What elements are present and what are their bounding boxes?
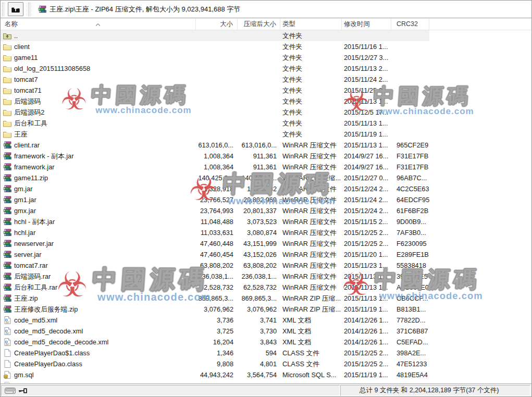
class-file-icon (3, 349, 11, 357)
table-row[interactable]: game11文件夹2015/12/27 3... (1, 52, 531, 63)
file-packed-cell: 1,156,682 (238, 183, 280, 194)
file-packed-cell: 3,564,754 (238, 369, 280, 380)
table-row[interactable]: hchl - 副本.jar11,048,4883,073,523WinRAR 压… (1, 216, 531, 227)
file-name-cell: tomcat7.rar (1, 260, 196, 271)
column-header-crc[interactable]: CRC32 (391, 19, 429, 30)
file-name-cell: newserver.jar (1, 238, 196, 249)
file-modified-cell: 2015/11/13 1... (342, 271, 391, 282)
file-name: code_md5_decode_decode.xml (14, 337, 108, 348)
file-modified-cell: 2015/12/24 2... (342, 183, 391, 194)
file-name-cell: client.rar (1, 140, 196, 151)
file-size-cell: 47,460,454 (196, 249, 238, 260)
table-row[interactable]: framework.jar1,008,364911,361WinRAR 压缩文件… (1, 162, 531, 172)
table-row[interactable]: server.jar47,460,45443,152,026WinRAR 压缩文… (1, 249, 531, 260)
file-crc-cell: 4C2C5E63 (391, 183, 429, 194)
file-size-cell: 1,008,364 (196, 162, 238, 172)
file-size-cell: 47,460,448 (196, 238, 238, 249)
file-size-cell: 3,076,962 (196, 304, 238, 315)
table-row[interactable]: tomcat71文件夹2015/11/25 0... (1, 85, 531, 96)
file-modified-cell: 2014/12/26 1... (342, 326, 391, 337)
file-packed-cell (238, 30, 280, 41)
file-type-cell: WinRAR 压缩文件 (280, 140, 342, 151)
status-left-panel (1, 385, 340, 396)
table-row[interactable]: code_md5_decode.xml3,7253,730XML 文档2014/… (1, 326, 531, 337)
rar-archive-icon (3, 141, 11, 149)
xml-doc-icon (3, 327, 11, 335)
table-row[interactable]: 后端源码.rar236,038,1...236,038,1...WinRAR 压… (1, 271, 531, 282)
file-type-cell: CLASS 文件 (280, 358, 342, 369)
table-row[interactable]: old_log_20151113085658文件夹2015/11/13 2... (1, 63, 531, 74)
table-row[interactable]: gm.sql44,943,2423,564,754Microsoft SQL S… (1, 369, 531, 380)
file-packed-cell (238, 63, 280, 74)
table-row[interactable]: hchl.jar11,033,6313,080,874WinRAR 压缩文件20… (1, 227, 531, 238)
file-packed-cell (238, 96, 280, 107)
rar-archive-icon (3, 218, 11, 226)
folder-icon (3, 119, 11, 127)
table-row[interactable]: 王座修改后服务端.zip3,076,9623,076,962WinRAR ZIP… (1, 304, 531, 315)
column-header-name[interactable]: 名称 (1, 19, 196, 30)
table-row[interactable]: newserver.jar47,460,44843,151,999WinRAR … (1, 238, 531, 249)
file-name-cell: tomcat71 (1, 85, 196, 96)
file-name: client (14, 41, 30, 52)
table-row[interactable]: ..文件夹 (1, 30, 429, 41)
file-type-cell: WinRAR 压缩文件 (280, 271, 342, 282)
file-name-cell: game11.zip (1, 172, 196, 183)
up-one-level-button[interactable] (8, 2, 23, 16)
file-crc-cell: 7AF3B0... (391, 227, 429, 238)
column-header-packed[interactable]: 压缩后大小 (238, 19, 280, 30)
file-modified-cell: 2015/11/24 2... (342, 74, 391, 85)
file-name: hchl.jar (14, 227, 35, 238)
table-row[interactable]: 后台和工具文件夹2015/11/13 1... (1, 118, 531, 129)
winrar-archive-icon (38, 5, 46, 13)
file-name: client.rar (14, 140, 40, 151)
file-name-cell: hchl.jar (1, 227, 196, 238)
drive-icon[interactable] (5, 388, 16, 394)
table-row[interactable]: framework - 副本.jar1,008,364911,361WinRAR… (1, 151, 531, 162)
file-modified-cell: 2015/11/19 1... (342, 369, 391, 380)
table-row[interactable]: code_md5.xml3,7363,741XML 文档2014/12/26 1… (1, 315, 531, 326)
table-row[interactable]: 王座文件夹2015/11/19 1... (1, 129, 531, 140)
table-row[interactable]: 后端源码2文件夹2015/12/5 17... (1, 107, 531, 118)
file-name: 后台和工具 (14, 118, 47, 129)
table-row[interactable]: client文件夹2015/11/16 1... (1, 41, 531, 52)
file-packed-cell: 911,361 (238, 151, 280, 162)
rar-archive-icon (3, 262, 11, 269)
file-modified-cell: 2015/12/25 2... (342, 238, 391, 249)
table-row[interactable]: 后台和工具.rar62,528,73262,528,732WinRAR 压缩文件… (1, 282, 531, 293)
table-row[interactable]: CreatePlayerDao.class9,8084,801CLASS 文件2… (1, 358, 531, 369)
file-size-cell: 23,764,993 (196, 205, 238, 216)
table-row[interactable]: CreatePlayerDao$1.class1,346594CLASS 文件2… (1, 348, 531, 358)
column-header-modified[interactable]: 修改时间 (342, 19, 391, 30)
table-row[interactable]: game11.zip140,425,0...140,425,0...WinRAR… (1, 172, 531, 183)
file-size-cell: 11,048,488 (196, 216, 238, 227)
table-row[interactable]: tomcat7.rar63,808,20263,808,202WinRAR 压缩… (1, 260, 531, 271)
table-row[interactable]: client.rar613,016,0...613,016,0...WinRAR… (1, 140, 531, 151)
file-name-cell: 后台和工具.rar (1, 282, 196, 293)
file-type-cell: WinRAR 压缩文件 (280, 282, 342, 293)
rar-archive-icon (3, 185, 11, 193)
table-row[interactable]: gm.jar1,328,9181,156,682WinRAR 压缩文件2015/… (1, 183, 531, 194)
table-row[interactable]: gm1.jar23,766,52720,802,969WinRAR 压缩文件20… (1, 194, 531, 205)
file-rows: ..文件夹client文件夹2015/11/16 1...game11文件夹20… (1, 30, 531, 383)
address-bar[interactable]: 王座.zip\王座 - ZIP64 压缩文件, 解包大小为 9,023,941,… (35, 3, 529, 16)
file-modified-cell: 2015/12/5 17... (342, 107, 391, 118)
file-packed-cell: 594 (238, 348, 280, 358)
table-row[interactable]: 王座.zip869,865,3...869,865,3...WinRAR ZIP… (1, 293, 531, 304)
column-header-size[interactable]: 大小 (196, 19, 238, 30)
file-type-cell: WinRAR ZIP 压缩... (280, 172, 342, 183)
file-size-cell: 9,808 (196, 358, 238, 369)
file-crc-cell: 371C6B87 (391, 326, 429, 337)
rar-archive-icon (3, 229, 11, 237)
toolbar-gripper[interactable] (2, 3, 4, 16)
column-header-label: 名称 (5, 20, 18, 28)
addressbar-gripper[interactable] (28, 3, 30, 16)
file-name: framework - 副本.jar (14, 151, 73, 162)
key-icon[interactable] (18, 388, 27, 393)
table-row[interactable]: 后端源码文件夹2015/11/13 1... (1, 96, 531, 107)
file-size-cell: 3,736 (196, 315, 238, 326)
table-row[interactable]: tomcat7文件夹2015/11/24 2... (1, 74, 531, 85)
table-row[interactable]: gmx.jar23,764,99320,801,337WinRAR 压缩文件20… (1, 205, 531, 216)
column-header-type[interactable]: 类型 (280, 19, 342, 30)
table-row[interactable]: code_md5_decode_decode.xml16,2043,843XML… (1, 337, 531, 348)
file-packed-cell: 63,808,202 (238, 260, 280, 271)
